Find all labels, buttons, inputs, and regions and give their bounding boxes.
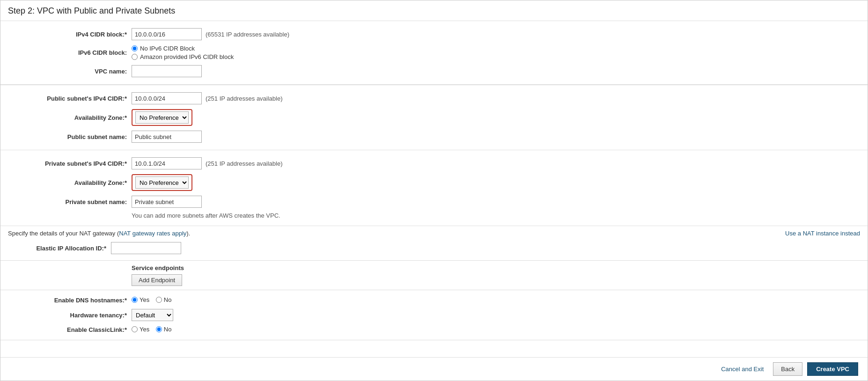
page-wrapper: Step 2: VPC with Public and Private Subn… bbox=[0, 0, 868, 381]
classic-link-row: Enable ClassicLink:* Yes No bbox=[29, 323, 868, 336]
hardware-tenancy-label: Hardware tenancy:* bbox=[29, 312, 132, 319]
subnet-note: You can add more subnets after AWS creat… bbox=[132, 210, 868, 221]
elastic-ip-row: Elastic IP Allocation ID:* bbox=[8, 240, 785, 256]
dns-hostnames-row: Enable DNS hostnames:* Yes No bbox=[29, 294, 868, 307]
nat-description: Specify the details of your NAT gateway … bbox=[8, 230, 785, 237]
nat-text-after: ). bbox=[186, 230, 190, 237]
elastic-ip-label: Elastic IP Allocation ID:* bbox=[8, 245, 111, 252]
ipv4-cidr-label: IPv4 CIDR block:* bbox=[29, 31, 132, 38]
classic-link-no-label: No bbox=[164, 326, 172, 333]
dns-hostnames-label: Enable DNS hostnames:* bbox=[29, 297, 132, 304]
vpc-name-input[interactable] bbox=[132, 65, 202, 77]
ipv6-no-block-row: No IPv6 CIDR Block bbox=[132, 45, 234, 52]
dns-yes-radio-wrapper: Yes bbox=[132, 296, 149, 303]
vpc-name-row: VPC name: bbox=[29, 63, 868, 80]
vpc-settings-section: IPv4 CIDR block:* (65531 IP addresses av… bbox=[0, 21, 868, 85]
private-subnet-cidr-label: Private subnet's IPv4 CIDR:* bbox=[29, 160, 132, 167]
public-subnet-name-row: Public subnet name: bbox=[29, 128, 868, 145]
dns-no-radio[interactable] bbox=[156, 297, 162, 303]
private-subnet-cidr-hint: (251 IP addresses available) bbox=[206, 160, 283, 167]
private-subnet-name-label: Private subnet name: bbox=[29, 198, 132, 205]
page-title: Step 2: VPC with Public and Private Subn… bbox=[0, 0, 868, 21]
nat-text-before: Specify the details of your NAT gateway … bbox=[8, 230, 119, 237]
public-subnet-section: Public subnet's IPv4 CIDR:* (251 IP addr… bbox=[0, 85, 868, 150]
ipv6-no-block-radio[interactable] bbox=[132, 45, 138, 51]
public-az-wrapper: No Preference us-east-1a us-east-1b us-e… bbox=[132, 109, 192, 126]
private-az-select[interactable]: No Preference us-east-1a us-east-1b us-e… bbox=[135, 176, 189, 189]
private-az-label: Availability Zone:* bbox=[29, 179, 132, 186]
cancel-button[interactable]: Cancel and Exit bbox=[716, 363, 768, 375]
dns-section: Enable DNS hostnames:* Yes No Hardware t… bbox=[0, 290, 868, 340]
public-az-select[interactable]: No Preference us-east-1a us-east-1b us-e… bbox=[135, 111, 189, 124]
classic-link-yes-wrapper: Yes bbox=[132, 326, 149, 333]
public-subnet-cidr-row: Public subnet's IPv4 CIDR:* (251 IP addr… bbox=[29, 90, 868, 107]
ipv6-amazon-label: Amazon provided IPv6 CIDR block bbox=[140, 53, 234, 60]
ipv6-no-block-label: No IPv6 CIDR Block bbox=[140, 45, 195, 52]
dns-no-label: No bbox=[164, 296, 172, 303]
classic-link-label: Enable ClassicLink:* bbox=[29, 326, 132, 333]
hardware-tenancy-select[interactable]: Default Dedicated bbox=[132, 309, 173, 321]
nat-left-content: Specify the details of your NAT gateway … bbox=[8, 230, 785, 256]
ipv6-amazon-radio[interactable] bbox=[132, 54, 138, 60]
public-subnet-name-input[interactable] bbox=[132, 131, 202, 143]
private-subnet-name-row: Private subnet name: bbox=[29, 193, 868, 210]
service-endpoints-label: Service endpoints bbox=[132, 264, 868, 271]
public-az-label: Availability Zone:* bbox=[29, 114, 132, 121]
ipv4-cidr-row: IPv4 CIDR block:* (65531 IP addresses av… bbox=[29, 26, 868, 43]
nat-instance-link[interactable]: Use a NAT instance instead bbox=[785, 230, 860, 237]
dns-no-radio-wrapper: No bbox=[156, 296, 172, 303]
classic-link-no-radio[interactable] bbox=[156, 326, 162, 332]
classic-link-no-wrapper: No bbox=[156, 326, 172, 333]
dns-radio-group: Yes No bbox=[132, 296, 176, 304]
add-endpoint-button[interactable]: Add Endpoint bbox=[132, 274, 182, 286]
private-az-row: Availability Zone:* No Preference us-eas… bbox=[29, 172, 868, 193]
endpoints-section: Service endpoints Add Endpoint bbox=[0, 261, 868, 290]
public-subnet-cidr-input[interactable] bbox=[132, 92, 202, 104]
create-vpc-button[interactable]: Create VPC bbox=[807, 362, 858, 376]
public-subnet-cidr-label: Public subnet's IPv4 CIDR:* bbox=[29, 95, 132, 102]
public-az-row: Availability Zone:* No Preference us-eas… bbox=[29, 107, 868, 128]
ipv6-amazon-row: Amazon provided IPv6 CIDR block bbox=[132, 53, 234, 60]
public-subnet-name-label: Public subnet name: bbox=[29, 133, 132, 140]
dns-yes-label: Yes bbox=[140, 296, 149, 303]
ipv6-radio-group: No IPv6 CIDR Block Amazon provided IPv6 … bbox=[132, 45, 234, 60]
ipv4-cidr-input[interactable] bbox=[132, 28, 202, 40]
private-subnet-cidr-row: Private subnet's IPv4 CIDR:* (251 IP add… bbox=[29, 155, 868, 172]
private-subnet-name-input[interactable] bbox=[132, 196, 202, 208]
footer-bar: Cancel and Exit Back Create VPC bbox=[0, 357, 868, 381]
nat-rates-link[interactable]: NAT gateway rates apply bbox=[119, 230, 186, 237]
nat-gateway-section: Specify the details of your NAT gateway … bbox=[0, 226, 868, 261]
elastic-ip-input[interactable] bbox=[111, 242, 181, 254]
classic-link-radio-group: Yes No bbox=[132, 326, 176, 334]
ipv4-cidr-hint: (65531 IP addresses available) bbox=[206, 31, 289, 38]
ipv6-cidr-row: IPv6 CIDR block: No IPv6 CIDR Block Amaz… bbox=[29, 43, 868, 63]
classic-link-yes-label: Yes bbox=[140, 326, 149, 333]
back-button[interactable]: Back bbox=[773, 362, 802, 376]
nat-right-content: Use a NAT instance instead bbox=[785, 230, 860, 237]
private-subnet-section: Private subnet's IPv4 CIDR:* (251 IP add… bbox=[0, 150, 868, 226]
private-subnet-cidr-input[interactable] bbox=[132, 157, 202, 169]
dns-yes-radio[interactable] bbox=[132, 297, 138, 303]
classic-link-yes-radio[interactable] bbox=[132, 326, 138, 332]
ipv6-cidr-label: IPv6 CIDR block: bbox=[29, 49, 132, 56]
private-az-wrapper: No Preference us-east-1a us-east-1b us-e… bbox=[132, 174, 192, 191]
hardware-tenancy-row: Hardware tenancy:* Default Dedicated bbox=[29, 307, 868, 323]
vpc-name-label: VPC name: bbox=[29, 68, 132, 75]
public-subnet-cidr-hint: (251 IP addresses available) bbox=[206, 95, 283, 102]
